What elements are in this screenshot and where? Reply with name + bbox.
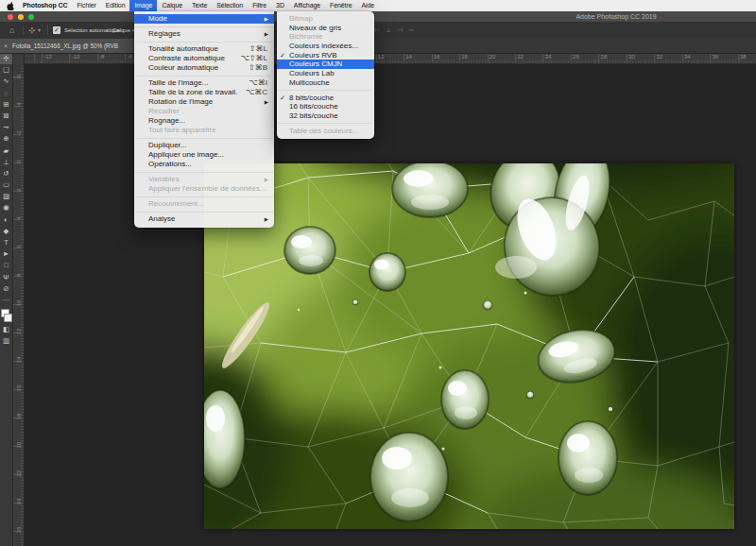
tab-close-icon[interactable]: × — [4, 39, 8, 53]
mode-option-couleurs-rvb[interactable]: ✓Couleurs RVB — [277, 51, 374, 60]
menubar-item-3d[interactable]: 3D — [271, 0, 289, 11]
mode-option-bitmap[interactable]: Bitmap — [277, 14, 374, 24]
window-close-button[interactable] — [8, 14, 13, 20]
crop-tool[interactable]: ⊞ — [0, 99, 12, 111]
menubar-item-aide[interactable]: Aide — [356, 0, 379, 11]
lasso-tool[interactable]: ∿ — [0, 76, 12, 87]
mode-option-16-bits-couche[interactable]: 16 bits/couche — [277, 102, 374, 111]
menubar-item-affichage[interactable]: Affichage — [289, 0, 325, 11]
menu-item-operations[interactable]: Opérations... — [134, 160, 274, 169]
mode-option-table-des-couleurs[interactable]: Table des couleurs... — [277, 127, 374, 136]
background-color-swatch[interactable] — [4, 314, 12, 322]
eyedropper-tool[interactable]: ⊸ — [0, 122, 12, 133]
align-right-icon[interactable]: ⊣ — [397, 26, 403, 34]
blur-tool[interactable]: ◉ — [0, 202, 12, 213]
menu-item-recadrer[interactable]: Recadrer — [134, 107, 274, 116]
h-ruler-label: 18 — [461, 54, 468, 60]
menu-item-appliquer-une-image[interactable]: Appliquer une image... — [134, 150, 274, 160]
menu-item-reglages[interactable]: Réglages▶ — [134, 29, 274, 39]
quick-mask-mode-button[interactable]: ◧ — [0, 324, 12, 335]
shape-tool[interactable]: □ — [0, 260, 12, 271]
menu-item-recouvrement[interactable]: Recouvrement... — [134, 199, 274, 209]
menu-item-mode[interactable]: Mode▶ — [134, 14, 274, 24]
menubar-item-image[interactable]: Image — [129, 0, 157, 11]
menu-item-analyse[interactable]: Analyse▶ — [134, 214, 274, 224]
zoom-tool[interactable]: ⊘ — [0, 283, 12, 295]
submenu-arrow-icon: ▶ — [265, 14, 268, 24]
clone-stamp-tool[interactable]: ⊥ — [0, 157, 12, 168]
move-tool-icon[interactable]: ⊹ — [28, 22, 36, 39]
gradient-tool[interactable]: ▨ — [0, 191, 12, 202]
menubar-item-fichier[interactable]: Fichier — [72, 0, 100, 11]
menubar-item-photoshop-cc[interactable]: Photoshop CC — [18, 0, 72, 11]
mode-option-multicouche[interactable]: Multicouche — [277, 78, 374, 88]
window-minimize-button[interactable] — [18, 14, 24, 20]
options-separator — [47, 26, 48, 35]
quick-selection-tool[interactable]: ◌ — [0, 88, 12, 99]
history-brush-tool[interactable]: ↺ — [0, 168, 12, 179]
healing-brush-tool[interactable]: ⊕ — [0, 133, 12, 145]
align-left-icon[interactable]: ⊢ — [374, 26, 380, 34]
menubar-item-texte[interactable]: Texte — [187, 0, 212, 11]
screen-mode-button[interactable]: ▥ — [0, 335, 12, 347]
menu-item-couleur-automatique[interactable]: Couleur automatique⇧⌘B — [134, 63, 274, 73]
menu-item-taille-de-l-image[interactable]: Taille de l'image...⌥⌘I — [134, 78, 274, 88]
menu-item-taille-de-la-zone-de-travail[interactable]: Taille de la zone de travail...⌥⌘C — [134, 88, 274, 97]
h-ruler-label: 22 — [517, 54, 524, 60]
hand-tool[interactable]: Ψ — [0, 272, 12, 283]
document-canvas[interactable] — [204, 163, 734, 529]
menu-item-rognage[interactable]: Rognage... — [134, 116, 274, 126]
menubar-item-selection[interactable]: Sélection — [212, 0, 248, 11]
mode-submenu: BitmapNiveaux de grisBichromieCouleurs i… — [277, 11, 374, 139]
menu-item-contraste-automatique[interactable]: Contraste automatique⌥⇧⌘L — [134, 54, 274, 63]
move-tool[interactable]: ⊹ — [0, 53, 12, 64]
apple-icon[interactable] — [6, 0, 14, 11]
tool-preset-chevron-icon[interactable]: ▾ — [38, 22, 41, 39]
mode-option-couleurs-indexees[interactable]: Couleurs indexées... — [277, 42, 374, 51]
menubar-item-fenetre[interactable]: Fenêtre — [325, 0, 356, 11]
vertical-ruler[interactable]: -6-4-202468101214161820222426 — [13, 63, 25, 546]
mode-option-couleurs-cmjn[interactable]: Couleurs CMJN — [277, 60, 374, 69]
menu-separator — [278, 123, 373, 124]
menubar-item-filtre[interactable]: Filtre — [248, 0, 271, 11]
path-selection-tool[interactable]: ► — [0, 248, 12, 260]
auto-select-checkbox[interactable]: ✓ — [53, 26, 60, 34]
edit-toolbar-button[interactable]: ⋯ — [0, 295, 12, 306]
document-tab[interactable]: × Fotolia_15112466_XL.jpg @ 50% (RVB — [0, 39, 146, 53]
mode-option-bichromie[interactable]: Bichromie — [277, 32, 374, 42]
menu-item-label: Contraste automatique — [148, 54, 225, 63]
pen-tool[interactable]: ◆ — [0, 226, 12, 237]
window-zoom-button[interactable] — [28, 14, 34, 20]
menu-separator — [135, 26, 273, 27]
menu-item-tout-faire-apparaitre[interactable]: Tout faire apparaître — [134, 126, 274, 135]
home-icon[interactable]: ⌂ — [9, 22, 14, 39]
tools-panel: ⊹▢∿◌⊞⊠⊸⊕▰⊥↺▭▨◉◐◆T►□Ψ⊘⋯ ◧▥ — [0, 53, 13, 546]
v-ruler-label: 14 — [16, 355, 22, 366]
menu-item-variables[interactable]: Variables▶ — [134, 175, 274, 184]
align-center-icon[interactable]: ⊥ — [386, 26, 391, 34]
menu-item-tonalite-automatique[interactable]: Tonalité automatique⇧⌘L — [134, 44, 274, 54]
menu-item-appliquer-l-ensemble-de-donnees[interactable]: Appliquer l'ensemble de données... — [134, 184, 274, 194]
v-ruler-label: -6 — [16, 72, 22, 82]
mode-option-32-bits-couche[interactable]: 32 bits/couche — [277, 111, 374, 121]
menubar-item-calque[interactable]: Calque — [157, 0, 187, 11]
v-ruler-label: -4 — [16, 100, 22, 111]
brush-tool[interactable]: ▰ — [0, 145, 12, 157]
menu-item-rotation-de-l-image[interactable]: Rotation de l'image▶ — [134, 97, 274, 107]
menubar-item-edition[interactable]: Edition — [101, 0, 130, 11]
h-ruler-label: 28 — [601, 54, 608, 60]
tab-title: Fotolia_15112466_XL.jpg @ 50% (RVB — [12, 39, 118, 53]
frame-tool[interactable]: ⊠ — [0, 111, 12, 122]
mode-option-couleurs-lab[interactable]: Couleurs Lab — [277, 69, 374, 78]
v-ruler-label: 10 — [16, 299, 22, 309]
distribute-icon[interactable]: ⫤ — [408, 26, 413, 34]
marquee-tool[interactable]: ▢ — [0, 64, 12, 76]
menu-separator — [135, 172, 273, 173]
mode-option-8-bits-couche[interactable]: ✓8 bits/couche — [277, 94, 374, 103]
type-tool[interactable]: T — [0, 237, 12, 248]
eraser-tool[interactable]: ▭ — [0, 179, 12, 191]
dodge-tool[interactable]: ◐ — [0, 214, 12, 226]
auto-select-target-dropdown[interactable]: Calque ▾ — [112, 22, 134, 39]
mode-option-niveaux-de-gris[interactable]: Niveaux de gris — [277, 24, 374, 33]
menu-item-dupliquer[interactable]: Dupliquer... — [134, 141, 274, 150]
